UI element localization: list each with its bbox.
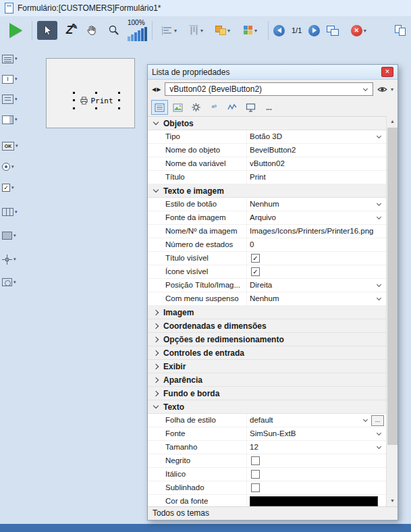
align-objects-button[interactable]: ▾ [157,21,182,40]
chevron-down-icon[interactable]: ▾ [11,185,14,190]
section-header[interactable]: Texto e imagem [148,184,386,198]
checkbox[interactable] [251,456,260,465]
property-tab-action[interactable] [188,100,204,115]
property-tab-overflow[interactable]: ... [261,100,277,115]
tool-input-field[interactable]: I▾ [2,71,24,87]
ellipsis-button[interactable]: ... [371,415,384,426]
property-value[interactable]: 0 [246,238,386,251]
chevron-down-icon[interactable]: ▾ [13,233,16,238]
resize-handle[interactable] [118,107,120,109]
tool-push-button[interactable]: OK▾ [2,138,24,154]
checkbox[interactable]: ✓ [251,254,260,263]
distribute-objects-button[interactable]: ▾ [184,21,208,40]
chevron-down-icon[interactable]: ▾ [11,164,14,169]
form-page[interactable]: Print [46,58,135,128]
tool-tab-control[interactable]: ▾ [2,274,24,290]
next-object-icon[interactable]: ▶ [157,86,161,92]
section-header[interactable]: Exibir [148,360,386,373]
select-tool-button[interactable] [37,21,57,40]
section-header[interactable]: Objetos [148,117,386,130]
property-value[interactable]: default... [246,414,386,427]
property-value[interactable] [246,454,386,467]
chevron-down-icon[interactable]: ▾ [174,28,177,34]
property-value[interactable]: SimSun-ExtB [246,427,386,440]
tool-group-box[interactable]: ▾ [2,91,24,107]
property-value[interactable]: 12 [246,441,386,454]
checkbox[interactable] [251,483,260,492]
resize-handle[interactable] [118,92,120,94]
property-tab-display[interactable] [242,100,259,115]
property-value[interactable]: Nenhum [246,292,386,305]
tool-checkbox[interactable]: ✓▾ [2,180,24,196]
property-value[interactable] [246,468,386,481]
scroll-down-icon[interactable]: ▼ [387,496,398,506]
tool-radio-button[interactable]: ▾ [2,159,24,175]
resize-handle[interactable] [95,107,97,109]
zoom-tool-button[interactable] [104,21,124,40]
scrollbar-thumb[interactable] [387,128,398,445]
selected-print-button[interactable]: Print [74,92,119,109]
property-tab-main[interactable] [151,100,168,115]
property-value[interactable]: BevelButton2 [246,144,386,157]
object-selector-dropdown[interactable]: vButton02 (BevelButton2) [165,82,373,96]
property-tab-events[interactable] [224,100,241,115]
chevron-down-icon[interactable]: ▾ [15,117,18,122]
delete-object-button[interactable]: ✕ ▾ [346,21,371,40]
chevron-down-icon[interactable]: ▾ [227,28,230,34]
section-header[interactable]: Coordenadas e dimensões [148,319,386,333]
chevron-down-icon[interactable]: ▾ [254,28,257,34]
scroll-up-icon[interactable]: ▲ [387,116,398,127]
property-value[interactable]: vButton02 [246,157,386,170]
property-value[interactable] [246,495,386,506]
property-value[interactable]: Arquivo [246,211,386,224]
tool-button-grid[interactable]: ▾ [2,204,24,220]
resize-handle[interactable] [95,92,97,94]
chevron-down-icon[interactable]: ▾ [13,257,16,262]
zoom-level-control[interactable]: 100% [128,20,147,41]
chevron-down-icon[interactable]: ▾ [15,209,18,215]
view-options-button[interactable]: ▾ [377,85,393,94]
hand-tool-button[interactable] [82,21,102,40]
property-value[interactable] [246,481,386,494]
color-swatch[interactable] [250,496,378,506]
property-value[interactable]: Nenhum [246,198,386,211]
chevron-down-icon[interactable]: ▾ [364,28,366,34]
object-nav-buttons[interactable]: ◀▶ [152,86,161,92]
tool-text-label[interactable]: ▾ [2,51,24,67]
property-value[interactable]: Direita [246,279,386,292]
tool-rectangle[interactable]: ▾ [2,228,24,244]
checkbox[interactable]: ✓ [251,267,260,276]
resize-handle[interactable] [118,99,120,101]
tool-combo-box[interactable]: ▾ [2,111,24,128]
chevron-down-icon[interactable]: ▾ [391,86,393,92]
close-button[interactable]: ✕ [381,67,393,77]
section-header[interactable]: Fundo e borda [148,387,386,400]
object-order-button[interactable]: ▾ [210,21,236,40]
tool-splitter[interactable]: ▾ [2,251,24,267]
property-value[interactable]: ✓ [246,265,386,278]
resize-handle[interactable] [73,99,75,101]
section-header[interactable]: Controles de entrada [148,346,386,360]
property-value[interactable]: ✓ [246,252,386,265]
resize-handle[interactable] [73,92,75,94]
section-header[interactable]: Texto [148,400,386,414]
property-value[interactable]: Print [246,171,386,184]
panel-titlebar[interactable]: Lista de propriedades ✕ [148,65,398,80]
form-pages-button[interactable] [395,25,406,36]
property-tab-format[interactable]: ª° [206,100,223,115]
next-page-button[interactable] [308,25,320,36]
property-value[interactable]: Images/Icons/Printers/Printer16.png [246,225,386,238]
color-tool-button[interactable]: ▾ [238,21,263,40]
section-header[interactable]: Imagem [148,306,386,319]
chevron-down-icon[interactable]: ▾ [200,28,203,34]
previous-page-button[interactable] [273,25,285,36]
draw-tool-button[interactable]: Z✎ [59,21,80,40]
zoom-bars-icon[interactable] [128,27,147,41]
windows-list-button[interactable] [322,21,344,40]
chevron-down-icon[interactable]: ▾ [15,76,18,82]
chevron-down-icon[interactable]: ▾ [16,143,18,149]
property-value[interactable]: Botão 3D [246,130,386,143]
chevron-down-icon[interactable]: ▾ [13,280,16,285]
chevron-down-icon[interactable]: ▾ [15,56,18,61]
checkbox[interactable] [251,470,260,479]
